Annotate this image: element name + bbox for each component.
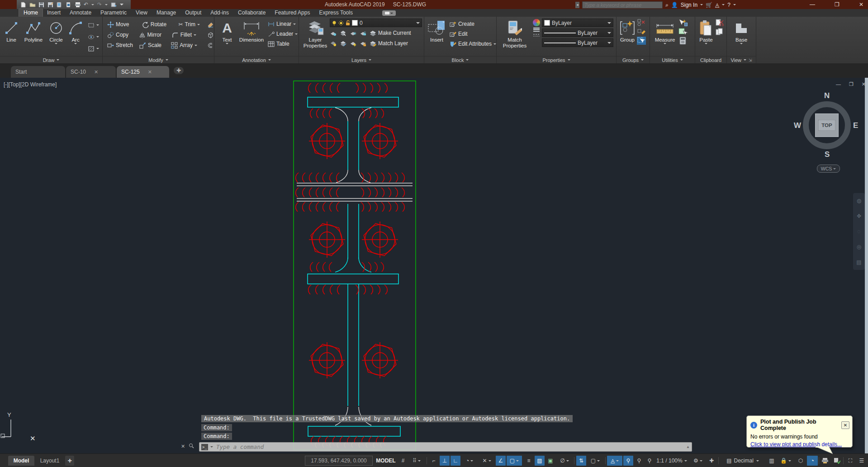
close-button[interactable]: ✕	[859, 1, 863, 8]
app-store-cart-icon[interactable]: 🛒	[706, 2, 712, 8]
panel-label-utilities[interactable]: Utilities	[650, 56, 695, 63]
object-snap-3d-toggle[interactable]: ∅	[556, 456, 573, 466]
panel-label-groups[interactable]: Groups	[617, 56, 650, 63]
search-collapse-icon[interactable]: ◂	[575, 2, 579, 8]
ellipse-tool-button[interactable]	[88, 32, 99, 41]
lock-ui-button[interactable]: 🔒	[778, 456, 794, 466]
command-input[interactable]	[215, 443, 684, 451]
create-block-button[interactable]: Create	[450, 19, 496, 28]
object-snap-2d-toggle[interactable]: ∠	[496, 456, 506, 466]
panel-label-view[interactable]: View⇲	[727, 56, 756, 63]
line-button[interactable]: Line	[2, 17, 21, 57]
close-tab-icon[interactable]: ✕	[94, 69, 98, 75]
object-snap-tracking-toggle[interactable]: ✕	[479, 456, 495, 466]
wcs-menu[interactable]: WCS	[817, 165, 840, 173]
annotation-monitor-toggle[interactable]: ✚	[707, 456, 716, 466]
object-snap-settings-toggle[interactable]: ▢	[507, 456, 522, 466]
qat-customize-icon[interactable]	[120, 4, 123, 5]
ortho-mode-toggle[interactable]: ⊥	[440, 456, 450, 466]
command-search-icon[interactable]	[189, 443, 194, 449]
dynamic-ucs-toggle[interactable]: ⇅	[576, 456, 586, 466]
redo-icon[interactable]: ↷	[97, 1, 102, 8]
linetype-dropdown[interactable]: ByLayer	[542, 38, 613, 47]
move-button[interactable]: Move	[107, 20, 136, 29]
notification-details-link[interactable]: Click to view plot and publish details..…	[747, 440, 852, 448]
base-button[interactable]: Base	[731, 17, 752, 57]
layer-isolate-button[interactable]	[340, 30, 346, 37]
save-as-icon[interactable]	[47, 2, 53, 8]
tab-view[interactable]: View	[131, 9, 152, 17]
annotation-visibility-toggle[interactable]: ◬	[607, 456, 622, 466]
quick-calculator-button[interactable]	[678, 37, 688, 45]
doc-minimize-icon[interactable]: —	[836, 81, 841, 87]
print-icon[interactable]	[75, 2, 81, 8]
table-button[interactable]: Table	[268, 39, 298, 48]
orbit-icon[interactable]: ◎	[857, 244, 861, 250]
new-drawing-tab-button[interactable]: ✚	[174, 67, 184, 74]
viewcube[interactable]: N W E S TOP	[803, 101, 851, 149]
model-space-toggle[interactable]: MODEL	[375, 456, 396, 466]
measure-button[interactable]: Measure	[652, 17, 678, 57]
notification-close-button[interactable]: ✕	[841, 421, 849, 429]
polar-tracking-toggle[interactable]: ∟	[451, 456, 460, 466]
file-tab-start[interactable]: Start	[11, 66, 65, 78]
copy-clip-button[interactable]	[715, 28, 724, 35]
object-color-dropdown[interactable]: ByLayer	[542, 19, 613, 27]
panel-label-draw[interactable]: Draw	[0, 56, 102, 63]
sheet-set-icon[interactable]	[111, 2, 117, 8]
model-tab[interactable]: Model	[8, 456, 34, 466]
help-dropdown-icon[interactable]	[733, 4, 736, 5]
clean-screen-button[interactable]: ⛶	[845, 456, 856, 466]
annotation-scale-icon[interactable]: ⚲	[645, 456, 654, 466]
tab-parametric[interactable]: Parametric	[96, 9, 131, 17]
scale-button[interactable]: Scale	[139, 41, 165, 50]
lineweight-display-toggle[interactable]: ≡	[524, 456, 534, 466]
autodesk-app-icon[interactable]: ◬	[715, 2, 719, 8]
command-close-icon[interactable]: ✕	[181, 443, 185, 449]
cloud-icon[interactable]	[66, 2, 71, 8]
layer-freeze-button[interactable]	[350, 30, 356, 37]
explode-button[interactable]	[207, 30, 214, 39]
arc-button[interactable]: Arc	[66, 17, 85, 57]
layout1-tab[interactable]: Layout1	[36, 456, 63, 466]
undo-icon[interactable]: ↶	[84, 1, 88, 8]
viewcube-top-face[interactable]: TOP	[815, 113, 839, 137]
units-button[interactable]: ▤Decimal	[720, 456, 765, 466]
panel-label-block[interactable]: Block	[424, 56, 496, 63]
layer-lock-button[interactable]	[360, 30, 366, 37]
plot-details-button[interactable]	[831, 456, 842, 466]
restore-button[interactable]: ❐	[835, 1, 840, 8]
viewport-controls-label[interactable]: [-][Top][2D Wireframe]	[4, 81, 57, 88]
showmotion-icon[interactable]: ▤	[856, 259, 861, 265]
group-selection-toggle[interactable]	[637, 37, 646, 45]
navigation-bar[interactable]: ◍ ✥ ◌ ◎ ▤	[853, 193, 865, 270]
color-wheel-icon[interactable]	[533, 19, 540, 26]
panel-label-annotation[interactable]: Annotation	[214, 56, 299, 63]
quick-select-button[interactable]	[678, 19, 688, 27]
layer-off-button[interactable]	[330, 30, 337, 37]
pan-icon[interactable]: ✥	[857, 213, 861, 219]
lineweight-dropdown[interactable]: ByLayer	[542, 28, 613, 37]
panel-label-properties[interactable]: Properties	[497, 56, 616, 63]
tab-collaborate[interactable]: Collaborate	[233, 9, 270, 17]
tab-featured-apps[interactable]: Featured Apps	[270, 9, 314, 17]
tab-manage[interactable]: Manage	[152, 9, 180, 17]
snap-mode-toggle[interactable]: ⠿	[409, 456, 424, 466]
customization-menu-button[interactable]: ☰	[857, 456, 867, 466]
minimize-button[interactable]: —	[810, 1, 815, 8]
linear-dimension-button[interactable]: Linear	[268, 19, 298, 28]
panel-label-modify[interactable]: Modify	[103, 56, 214, 63]
paste-button[interactable]: Paste	[697, 17, 715, 57]
panel-label-clipboard[interactable]: Clipboard	[695, 56, 726, 63]
plot-mobile-icon[interactable]	[57, 2, 62, 8]
dynamic-input-toggle[interactable]: ⌐	[429, 456, 439, 466]
layer-unlock-button[interactable]	[360, 40, 366, 47]
close-tab-icon[interactable]: ✕	[148, 69, 152, 75]
fillet-button[interactable]: Fillet	[172, 30, 196, 39]
leader-button[interactable]: Leader	[268, 29, 298, 38]
workspace-switching-button[interactable]: ⚙	[690, 456, 706, 466]
autoscale-toggle[interactable]: ⚲	[623, 456, 633, 466]
array-button[interactable]: Array	[171, 41, 197, 50]
panel-dialog-launcher-icon[interactable]: ⇲	[749, 58, 752, 62]
undo-dropdown-icon[interactable]	[91, 4, 94, 5]
